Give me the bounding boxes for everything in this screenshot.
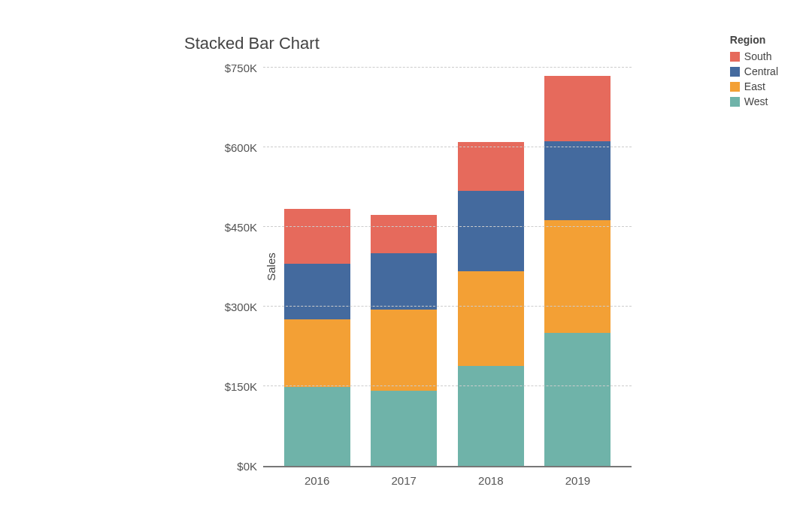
bar-segment <box>371 310 437 391</box>
y-tick-label: $450K <box>225 221 257 234</box>
y-tick-label: $150K <box>225 380 257 393</box>
bar-column <box>458 142 524 466</box>
y-tick-label: $0K <box>237 460 257 473</box>
x-tick-label: 2017 <box>392 474 417 487</box>
legend-item: West <box>730 94 778 109</box>
bar-segment <box>284 264 350 319</box>
y-tick-label: $600K <box>225 141 257 154</box>
legend-swatch <box>730 52 740 62</box>
legend-swatch <box>730 82 740 92</box>
legend-item: Central <box>730 64 778 79</box>
bar-segment <box>284 319 350 387</box>
bar-segment <box>544 333 611 466</box>
plot-area: Sales $0K$150K$300K$450K$600K$750K201620… <box>263 68 632 467</box>
legend-label: Central <box>744 64 778 79</box>
x-tick-label: 2018 <box>478 474 503 487</box>
bar-segment <box>458 142 524 191</box>
legend-title: Region <box>730 34 778 46</box>
bar-segment <box>458 191 524 271</box>
legend-label: West <box>744 94 768 109</box>
bar-segment <box>458 366 524 466</box>
bar-segment <box>544 76 611 141</box>
bar-segment <box>371 253 437 310</box>
gridline <box>263 67 632 68</box>
bar-column <box>544 76 611 466</box>
legend-item: South <box>730 49 778 64</box>
gridline <box>263 385 632 386</box>
bar-segment <box>371 215 437 253</box>
bar-column <box>284 209 350 466</box>
chart-title: Stacked Bar Chart <box>184 34 320 53</box>
stacked-bar-chart: Stacked Bar Chart Sales $0K$150K$300K$45… <box>184 34 801 500</box>
bar-segment <box>544 141 611 220</box>
bar-segment <box>284 209 350 264</box>
legend-label: South <box>744 49 772 64</box>
bar-column <box>371 215 437 466</box>
bars-container <box>263 68 632 466</box>
gridline <box>263 226 632 227</box>
legend-swatch <box>730 67 740 77</box>
bar-segment <box>544 220 611 334</box>
bar-segment <box>284 387 350 466</box>
bar-segment <box>458 271 524 366</box>
legend-swatch <box>730 97 740 107</box>
legend-label: East <box>744 79 765 94</box>
legend: Region SouthCentralEastWest <box>730 34 778 109</box>
y-tick-label: $750K <box>225 62 257 74</box>
gridline <box>263 306 632 307</box>
x-tick-label: 2019 <box>565 474 590 487</box>
bar-segment <box>371 391 437 466</box>
legend-item: East <box>730 79 778 94</box>
gridline <box>263 147 632 147</box>
y-tick-label: $300K <box>225 301 257 313</box>
x-tick-label: 2016 <box>304 474 329 487</box>
